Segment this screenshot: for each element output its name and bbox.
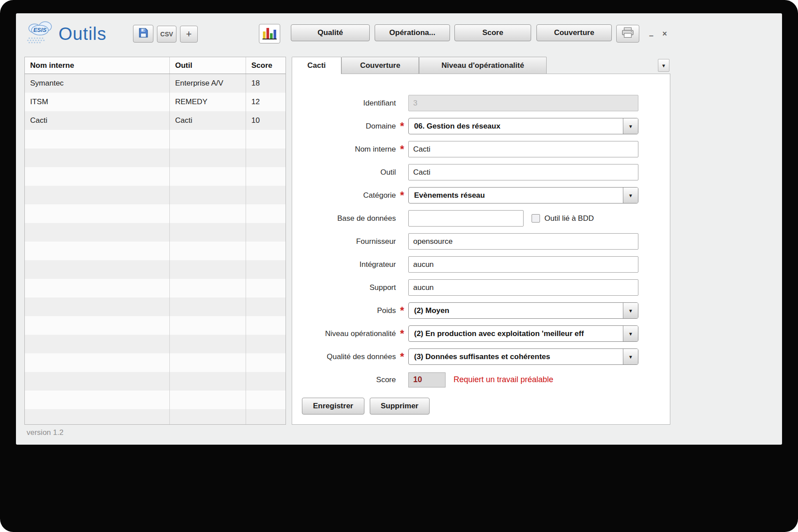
column-header-outil[interactable]: Outil [170,57,246,74]
domaine-label: Domaine [292,122,396,131]
required-marker: * [396,327,408,340]
chevron-down-icon[interactable]: ▼ [623,349,638,364]
niveau-operationalite-label: Niveau opérationalité [292,329,396,338]
support-label: Support [292,283,396,292]
outil-input[interactable] [408,164,638,180]
printer-icon [621,27,634,41]
table-header: Nom interne Outil Score [25,57,286,74]
identifiant-input [408,95,638,111]
close-button[interactable]: × [662,29,667,39]
score-label: Score [292,376,396,384]
fournisseur-label: Fournisseur [292,237,396,246]
logo-text: ESIS [33,27,47,33]
column-header-nom-interne[interactable]: Nom interne [25,57,170,74]
table-row-empty[interactable] [25,391,286,409]
csv-export-button[interactable]: CSV [157,26,176,43]
detail-panel: Cacti Couverture Niveau d'opérationalité… [292,57,670,425]
niveau-operationalite-select[interactable]: (2) En production avec exploitation 'mei… [408,325,638,342]
app-title: Outils [59,24,106,44]
table-row-empty[interactable] [25,372,286,391]
tab-bar: Cacti Couverture Niveau d'opérationalité [292,57,670,74]
bar-chart-icon [262,28,277,39]
add-button[interactable]: + [180,26,198,43]
qualite-des-donnees-select[interactable]: (3) Données suffisantes et cohérentes ▼ [408,348,638,365]
domaine-select[interactable]: 06. Gestion des réseaux ▼ [408,118,638,134]
chevron-down-icon[interactable]: ▼ [623,188,638,203]
nav-button-score[interactable]: Score [454,24,531,41]
required-marker: * [396,120,408,133]
required-marker: * [396,143,408,156]
table-row-empty[interactable] [25,149,286,167]
table-row-empty[interactable] [25,167,286,186]
table-row-empty[interactable] [25,130,286,149]
base-de-donnees-input[interactable] [408,210,524,227]
table-row-itsm[interactable]: ITSM REMEDY 12 [25,93,286,111]
print-button[interactable] [616,25,639,43]
table-row-empty[interactable] [25,353,286,372]
table-row-cacti[interactable]: Cacti Cacti 10 [25,111,286,130]
tool-form: Identifiant Domaine * 06. Gestion des ré… [292,74,670,425]
integrateur-input[interactable] [408,256,638,273]
nom-interne-input[interactable] [408,141,638,157]
table-row-empty[interactable] [25,204,286,223]
nom-interne-label: Nom interne [292,145,396,154]
esis-logo: ESIS [26,20,56,50]
outils-window: ESIS Outils [16,13,782,445]
chevron-down-icon[interactable]: ▼ [623,118,638,134]
app-frame: ESIS Outils [0,0,798,532]
version-label: version 1.2 [27,428,63,437]
table-row-empty[interactable] [25,186,286,204]
tab-cacti[interactable]: Cacti [292,57,341,74]
table-row-empty[interactable] [25,335,286,353]
table-row-empty[interactable] [25,279,286,297]
chart-button[interactable] [259,24,280,43]
table-row-empty[interactable] [25,242,286,260]
outil-lie-bdd-checkbox[interactable] [532,214,540,223]
minimize-button[interactable]: – [649,31,653,40]
score-warning: Requiert un travail préalable [454,375,553,384]
tools-table: Nom interne Outil Score Symantec Enterpr… [24,57,286,425]
table-row-empty[interactable] [25,260,286,279]
integrateur-label: Intégrateur [292,260,396,269]
categorie-select[interactable]: Evènements réseau ▼ [408,187,638,203]
required-marker: * [396,350,408,364]
poids-select[interactable]: (2) Moyen ▼ [408,302,638,319]
nav-button-qualite[interactable]: Qualité [291,24,370,41]
table-row-symantec[interactable]: Symantec Enterprise A/V 18 [25,74,286,93]
categorie-label: Catégorie [292,191,396,200]
base-de-donnees-label: Base de données [292,214,396,223]
tab-couverture[interactable]: Couverture [341,57,419,74]
floppy-disk-icon [137,27,149,40]
poids-label: Poids [292,306,396,315]
enregistrer-button[interactable]: Enregistrer [302,398,364,415]
nav-button-couverture[interactable]: Couverture [536,24,612,41]
qualite-des-donnees-label: Qualité des données [292,352,396,361]
support-input[interactable] [408,279,638,296]
save-button[interactable] [133,25,153,43]
supprimer-button[interactable]: Supprimer [370,398,430,415]
table-row-empty[interactable] [25,409,286,425]
nav-button-operationalite[interactable]: Opérationa... [375,24,450,41]
chevron-down-icon[interactable]: ▼ [623,303,638,318]
fournisseur-input[interactable] [408,233,638,250]
outil-label: Outil [292,168,396,177]
table-row-empty[interactable] [25,316,286,335]
tab-niveau-operationalite[interactable]: Niveau d'opérationalité [419,57,547,74]
column-header-score[interactable]: Score [246,57,286,74]
identifiant-label: Identifiant [292,99,396,108]
table-row-empty[interactable] [25,223,286,242]
score-value: 10 [408,372,446,387]
required-marker: * [396,304,408,317]
required-marker: * [396,189,408,202]
chevron-down-icon[interactable]: ▼ [623,326,638,341]
outil-lie-bdd-label: Outil lié à BDD [544,214,594,223]
table-body: Symantec Enterprise A/V 18 ITSM REMEDY 1… [25,74,286,425]
table-row-empty[interactable] [25,297,286,316]
